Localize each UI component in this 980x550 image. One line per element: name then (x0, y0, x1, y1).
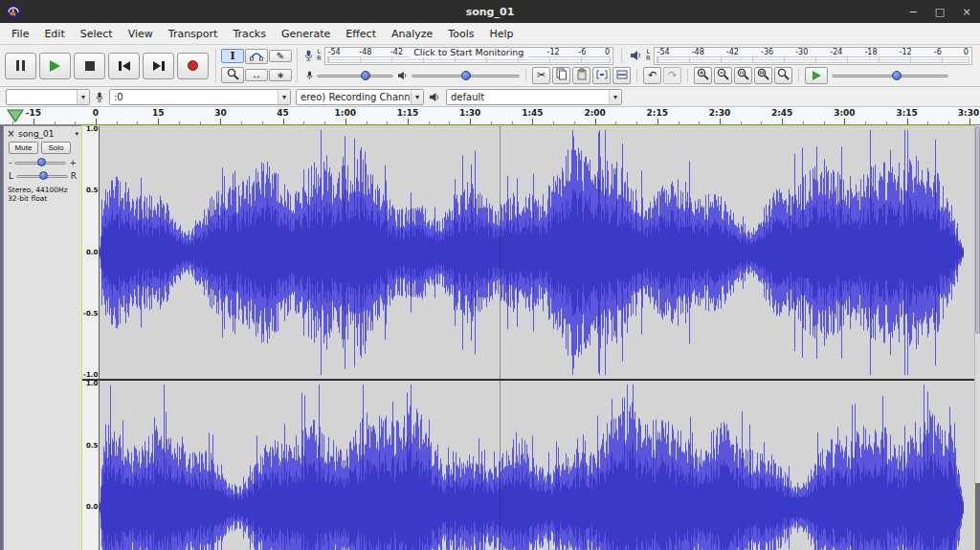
selection-tool-icon: I (230, 50, 234, 62)
copy-button[interactable] (552, 67, 570, 84)
meter-scale-label: -54 (657, 48, 670, 56)
menu-item[interactable]: File (4, 25, 36, 43)
menu-item[interactable]: Analyze (384, 25, 440, 43)
envelope-tool-icon (250, 50, 263, 63)
record-button[interactable] (177, 53, 209, 79)
menu-item[interactable]: Edit (36, 25, 72, 43)
menu-item[interactable]: Help (481, 25, 521, 43)
slider-thumb[interactable] (361, 71, 370, 80)
track-close-button[interactable]: × (7, 128, 15, 139)
play-speed-slider[interactable] (832, 69, 948, 82)
record-icon (188, 60, 198, 71)
slider-thumb[interactable] (39, 171, 48, 180)
play-head-pin-icon[interactable] (7, 109, 24, 122)
timeline-tick (741, 121, 742, 124)
multi-tool-button[interactable]: ∗ (269, 69, 292, 81)
menu-item[interactable]: Tools (440, 25, 481, 43)
undo-redo-toolbar: ↶ ↷ (643, 67, 681, 84)
recording-meter[interactable]: L R -54-48-42-36-30-24-18-12-60 Click to… (301, 47, 615, 65)
window-title: song_01 (0, 6, 980, 18)
toolbar-separator (621, 49, 622, 63)
play-icon (50, 60, 60, 72)
draw-tool-button[interactable]: ✎ (269, 50, 292, 62)
audio-host-dropdown[interactable]: ▾ (6, 89, 90, 105)
timeline-tick (532, 119, 533, 124)
playback-device-dropdown[interactable]: default ▾ (446, 89, 622, 105)
zoom-fit-button[interactable] (754, 67, 772, 84)
recording-channels-dropdown[interactable]: ereo) Recording Channels ▾ (296, 89, 424, 105)
gain-slider[interactable]: - + (4, 155, 81, 168)
menu-item[interactable]: Transport (161, 25, 226, 43)
menu-item[interactable]: Generate (274, 25, 338, 43)
pause-button[interactable] (5, 53, 36, 79)
solo-button[interactable]: Solo (41, 142, 71, 154)
zoom-selection-button[interactable] (734, 67, 752, 84)
playback-meter[interactable]: L R -54-48-42-36-30-24-18-12-60 (628, 47, 974, 65)
undo-button[interactable]: ↶ (643, 67, 661, 84)
play-button[interactable] (39, 53, 71, 79)
timeline-label: 45 (277, 108, 289, 118)
skip-to-start-icon (119, 61, 130, 71)
waveform-display[interactable] (100, 126, 974, 550)
timeline-label: 1:15 (397, 108, 418, 118)
zoom-in-button[interactable] (694, 67, 712, 84)
zoom-out-button[interactable] (714, 67, 732, 84)
paste-button[interactable] (572, 67, 590, 84)
scale-label: 0.5 (86, 187, 98, 194)
toolbar-separator (687, 69, 688, 83)
pan-slider[interactable]: L R (4, 168, 81, 182)
right-channel-label: R (317, 55, 322, 62)
zoom-toggle-button[interactable] (774, 67, 792, 84)
silence-audio-button[interactable] (612, 67, 631, 84)
menu-item[interactable]: Select (73, 25, 121, 43)
recording-device-dropdown[interactable]: :0 ▾ (109, 89, 291, 105)
cut-button[interactable]: ✂ (532, 67, 550, 84)
maximize-button[interactable]: □ (932, 6, 947, 18)
toolbar-separator (215, 48, 216, 83)
slider-thumb[interactable] (892, 71, 902, 80)
vertical-scrollbar-thumb[interactable] (975, 126, 980, 334)
playback-volume-slider[interactable] (397, 69, 520, 82)
track-buttons: Mute Solo (4, 141, 81, 155)
stop-button[interactable] (74, 53, 105, 79)
play-at-speed-icon (813, 71, 821, 80)
silence-audio-icon (616, 69, 628, 82)
slider-thumb[interactable] (37, 158, 46, 166)
trim-audio-button[interactable] (592, 67, 611, 84)
playback-meter-display[interactable]: -54-48-42-36-30-24-18-12-60 (654, 47, 972, 65)
copy-icon (556, 68, 568, 82)
start-monitoring-text[interactable]: Click to Start Monitoring (409, 48, 528, 57)
close-button[interactable]: × (959, 6, 974, 18)
chevron-down-icon: ▾ (278, 90, 290, 104)
zoom-out-icon (717, 68, 729, 82)
recording-meter-display[interactable]: -54-48-42-36-30-24-18-12-60 Click to Sta… (324, 47, 613, 65)
track-menu-button[interactable]: ▾ (75, 130, 78, 138)
skip-to-start-button[interactable] (108, 53, 140, 79)
track-name[interactable]: song_01 (18, 129, 72, 139)
recording-device-value: :0 (110, 92, 278, 102)
vertical-scale-ruler[interactable]: 1.00.50.0-0.5-1.0 1.00.50.0-0.5-1.0 (82, 126, 100, 550)
zoom-tool-icon (227, 68, 239, 82)
menu-item[interactable]: View (121, 25, 161, 43)
minimize-button[interactable]: − (905, 6, 921, 18)
timeshift-tool-button[interactable]: ↔ (245, 69, 268, 81)
redo-button[interactable]: ↷ (663, 67, 681, 84)
slider-thumb[interactable] (461, 71, 471, 80)
recording-volume-slider[interactable] (301, 69, 393, 82)
timeline-tick (387, 121, 388, 124)
menu-item[interactable]: Tracks (225, 25, 274, 43)
menu-item[interactable]: Effect (338, 25, 384, 43)
timeline-ruler[interactable]: -1501530451:001:151:301:452:002:152:302:… (0, 107, 980, 125)
waveform-left-channel[interactable] (100, 126, 974, 379)
timeline-tick (720, 119, 721, 124)
zoom-tool-button[interactable] (221, 67, 244, 83)
vertical-scrollbar[interactable] (974, 125, 980, 483)
mute-button[interactable]: Mute (9, 142, 38, 154)
speaker-icon (630, 50, 643, 61)
scale-right-channel: 1.00.50.0-0.5-1.0 (82, 381, 99, 550)
envelope-tool-button[interactable] (245, 49, 268, 64)
skip-to-end-button[interactable] (143, 53, 174, 79)
selection-tool-button[interactable]: I (221, 49, 244, 63)
play-at-speed-button[interactable] (805, 67, 828, 84)
waveform-right-channel[interactable] (100, 381, 974, 550)
